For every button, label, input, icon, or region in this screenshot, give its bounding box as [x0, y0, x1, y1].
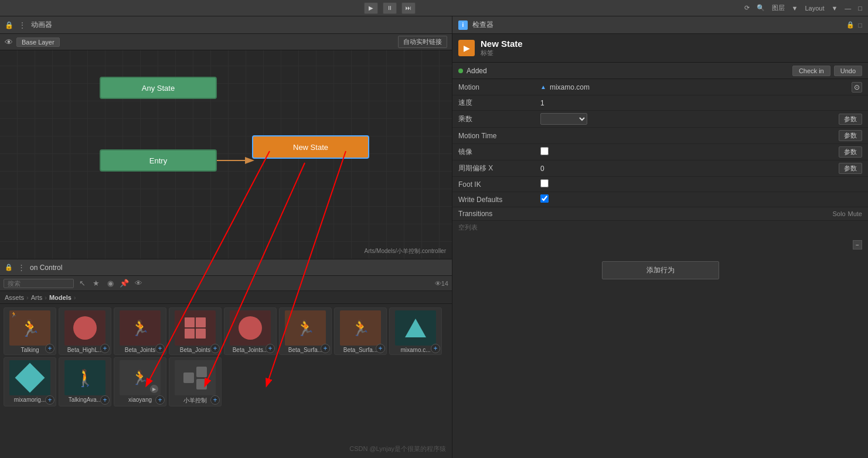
- history-icon[interactable]: ⟳: [744, 4, 750, 12]
- foot-ik-row: Foot IK: [452, 177, 868, 192]
- asset-item-beta-joints-1[interactable]: 🏃 + Beta_Joints: [114, 307, 166, 355]
- transition-arrow-svg: [0, 50, 452, 259]
- cycle-offset-value: 0: [540, 165, 839, 173]
- undo-button[interactable]: Undo: [834, 66, 862, 76]
- breadcrumb-sep-1: ›: [26, 294, 29, 301]
- asset-item-mixamo[interactable]: + mixamo.c...: [389, 307, 442, 355]
- auto-link-button[interactable]: 自动实时链接: [398, 36, 447, 48]
- write-defaults-checkbox[interactable]: [540, 194, 549, 203]
- pause-button[interactable]: ⏸: [383, 2, 397, 14]
- asset-thumb-beta-joints-2: [175, 310, 216, 346]
- minimize-inspector-icon[interactable]: —: [845, 5, 851, 12]
- asset-search-input[interactable]: [4, 279, 74, 288]
- bottom-panel: 🔒 ⋮ on Control ↖ ★ ◉ 📌 👁 👁14 Assets › Ar…: [0, 259, 452, 458]
- asset-item-beta-surfa-1[interactable]: 🏃 + Beta_Surfa...: [279, 307, 332, 355]
- minus-button[interactable]: −: [853, 240, 862, 249]
- asset-add-beta-surfa-2[interactable]: +: [376, 344, 385, 353]
- asset-item-xiaoyang[interactable]: 🏃 ▶ + xiaoyang: [114, 357, 166, 406]
- inspector-maximize-icon[interactable]: □: [858, 22, 862, 29]
- tag-label: 标签: [481, 49, 523, 57]
- write-defaults-value: [540, 194, 862, 204]
- layer-dropdown-arrow[interactable]: ▼: [792, 5, 798, 12]
- animator-canvas[interactable]: Any State Entry New State Arts/Models/小羊…: [0, 50, 452, 259]
- asset-item-talkingava[interactable]: 🚶 + TalkingAva...: [59, 357, 111, 406]
- asset-add-talking[interactable]: +: [45, 344, 55, 353]
- status-dot: [458, 69, 463, 73]
- breadcrumb-assets[interactable]: Assets: [5, 294, 24, 301]
- layout-label: Layout: [805, 5, 824, 12]
- lock-icon[interactable]: 🔒: [5, 21, 13, 29]
- dots-icon[interactable]: ⋮: [18, 20, 26, 30]
- asset-item-xiaoyangkongzhi[interactable]: + 小羊控制: [169, 357, 222, 406]
- assets-grid: 🏃 🏃 + Talking + Beta_HighL... 🏃 + Beta_J…: [0, 304, 452, 410]
- asset-add-beta-joints-2[interactable]: +: [210, 344, 220, 353]
- state-entry[interactable]: Entry: [100, 149, 217, 172]
- mute-label: Mute: [848, 210, 862, 217]
- mirror-checkbox[interactable]: [540, 147, 549, 155]
- play-button[interactable]: ▶: [364, 2, 378, 14]
- mirror-label: 镜像: [458, 147, 540, 157]
- asset-add-talkingava[interactable]: +: [100, 395, 110, 405]
- asset-add-beta-surfa-1[interactable]: +: [321, 344, 330, 353]
- toolbar-btn-2[interactable]: ★: [90, 278, 102, 289]
- breadcrumb-models[interactable]: Models: [49, 294, 72, 301]
- motion-target-button[interactable]: ⊙: [852, 82, 862, 93]
- motion-time-row: Motion Time 参数: [452, 128, 868, 144]
- bottom-dots-icon[interactable]: ⋮: [18, 263, 25, 272]
- asset-add-xiaoyangkongzhi[interactable]: +: [210, 395, 220, 405]
- transitions-section: Transitions Solo Mute: [452, 207, 868, 221]
- asset-label-mixamo: mixamo.c...: [400, 347, 430, 353]
- asset-item-beta-highl[interactable]: + Beta_HighL...: [59, 307, 111, 355]
- asset-thumb-beta-surfa-2: 🏃: [340, 310, 381, 346]
- asset-thumb-beta-highl: [64, 310, 105, 346]
- animator-panel: 🔒 ⋮ 动画器 👁 Base Layer 自动实时链接 + ⚙ Any Stat…: [0, 16, 452, 259]
- breadcrumb-arts[interactable]: Arts: [31, 294, 43, 301]
- asset-add-beta-joints-1[interactable]: +: [155, 344, 165, 353]
- multiplier-label: 乘数: [458, 114, 540, 124]
- eye-icon[interactable]: 👁: [5, 37, 13, 47]
- base-layer-button[interactable]: Base Layer: [16, 37, 60, 47]
- inspector-status-row: Added Check in Undo: [452, 63, 868, 79]
- asset-item-beta-joints-2[interactable]: + Beta_Joints: [169, 307, 222, 355]
- inspector-fields: Motion ▲ mixamo.com ⊙ 速度 1 乘数 参数 Motion …: [452, 79, 868, 458]
- toolbar-btn-1[interactable]: ↖: [76, 278, 88, 289]
- asset-label-beta-joints-1: Beta_Joints: [125, 347, 155, 353]
- asset-add-mixamorig[interactable]: +: [45, 395, 55, 405]
- asset-label-talking: Talking: [21, 347, 39, 353]
- multiplier-dropdown[interactable]: [540, 113, 587, 125]
- multiplier-param-button[interactable]: 参数: [839, 114, 862, 125]
- foot-ik-checkbox[interactable]: [540, 179, 549, 187]
- search-icon[interactable]: 🔍: [757, 4, 765, 12]
- check-in-button[interactable]: Check in: [792, 66, 830, 76]
- mirror-param-button[interactable]: 参数: [839, 146, 862, 158]
- toolbar-btn-3[interactable]: ◉: [104, 278, 116, 289]
- layout-dropdown-arrow[interactable]: ▼: [831, 5, 838, 12]
- asset-add-beta-highl[interactable]: +: [100, 344, 110, 353]
- asset-item-beta-surfa-2[interactable]: 🏃 + Beta_Surfa...: [334, 307, 387, 355]
- asset-label-beta-surfa-1: Beta_Surfa...: [288, 347, 322, 353]
- asset-thumb-mixamorig: [9, 360, 50, 395]
- asset-label-beta-joints-2: Beta_Joints: [180, 347, 210, 353]
- state-any[interactable]: Any State: [100, 77, 217, 99]
- motion-time-param-button[interactable]: 参数: [839, 130, 862, 141]
- transitions-columns: Solo Mute: [833, 210, 863, 217]
- asset-item-beta-joints-3[interactable]: + Beta_Joints...: [224, 307, 277, 355]
- asset-item-talking[interactable]: 🏃 🏃 + Talking: [4, 307, 56, 355]
- asset-item-mixamorig[interactable]: + mixamorig...: [4, 357, 56, 406]
- asset-add-mixamo[interactable]: +: [431, 344, 440, 353]
- asset-type-talking: 🏃: [11, 312, 17, 317]
- asset-add-xiaoyang[interactable]: +: [155, 395, 165, 405]
- asset-add-beta-joints-3[interactable]: +: [265, 344, 275, 353]
- asset-count: 👁14: [435, 280, 448, 287]
- toolbar-btn-5[interactable]: 👁: [132, 278, 144, 289]
- bottom-lock-icon[interactable]: 🔒: [5, 264, 13, 271]
- step-button[interactable]: ⏭: [401, 2, 416, 14]
- maximize-inspector-icon[interactable]: □: [858, 5, 862, 12]
- motion-value-text: mixamo.com: [550, 83, 590, 91]
- inspector-panel: i 检查器 🔒 □ ▶ New State 标签 Added Check in …: [452, 16, 868, 458]
- inspector-lock-icon[interactable]: 🔒: [846, 21, 855, 29]
- toolbar-btn-4[interactable]: 📌: [118, 278, 130, 289]
- state-new[interactable]: New State: [252, 135, 369, 159]
- cycle-offset-param-button[interactable]: 参数: [839, 163, 862, 174]
- add-behavior-button[interactable]: 添加行为: [602, 261, 719, 279]
